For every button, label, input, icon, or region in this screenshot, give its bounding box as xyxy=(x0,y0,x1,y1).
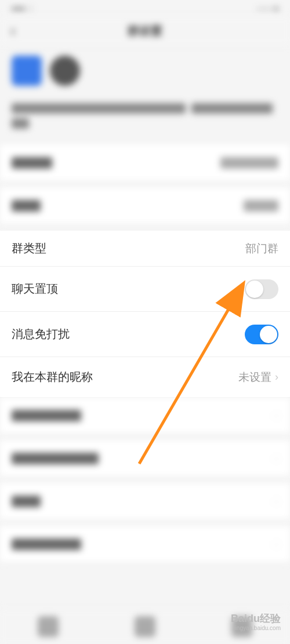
group-description xyxy=(0,96,290,145)
watermark: Baidu经验 jingyan.baidu.com xyxy=(231,613,281,631)
pin-chat-label: 聊天置顶 xyxy=(12,281,58,297)
toggle-knob xyxy=(246,281,263,298)
status-right: —— ● xyxy=(257,4,278,13)
back-icon[interactable]: ‹ xyxy=(10,22,16,40)
nav-item[interactable] xyxy=(38,616,59,637)
chevron-right-icon: › xyxy=(275,371,278,383)
row-blurred-1[interactable] xyxy=(0,188,290,224)
row-group-name[interactable] xyxy=(0,145,290,181)
avatar-row xyxy=(0,45,290,96)
row-blurred-2[interactable]: › xyxy=(0,398,290,434)
avatar[interactable] xyxy=(12,56,42,86)
toggle-knob xyxy=(260,326,277,343)
row-nickname[interactable]: 我在本群的昵称 未设置 › xyxy=(0,357,290,398)
header: ‹ 群设置 xyxy=(0,16,290,45)
page-title: 群设置 xyxy=(128,23,162,39)
watermark-main: Baidu经验 xyxy=(231,613,281,625)
status-left: ●●● ⋮ xyxy=(12,4,35,13)
nav-item[interactable] xyxy=(135,616,155,637)
dnd-toggle[interactable] xyxy=(245,325,278,344)
row-blurred-5[interactable]: › xyxy=(0,526,290,562)
row-blurred-4[interactable]: › xyxy=(0,483,290,519)
row-dnd[interactable]: 消息免打扰 xyxy=(0,312,290,357)
row-pin-chat[interactable]: 聊天置顶 xyxy=(0,267,290,312)
group-type-value: 部门群 xyxy=(245,241,278,256)
watermark-sub: jingyan.baidu.com xyxy=(231,625,281,631)
nickname-label: 我在本群的昵称 xyxy=(12,369,93,385)
row-blurred-3[interactable]: › xyxy=(0,441,290,476)
status-bar: ●●● ⋮ —— ● xyxy=(0,0,290,16)
group-type-label: 群类型 xyxy=(12,241,46,256)
nickname-value: 未设置 › xyxy=(238,370,278,385)
dnd-label: 消息免打扰 xyxy=(12,326,70,342)
pin-chat-toggle[interactable] xyxy=(245,279,278,299)
row-group-type[interactable]: 群类型 部门群 xyxy=(0,231,290,267)
avatar[interactable] xyxy=(50,56,80,86)
